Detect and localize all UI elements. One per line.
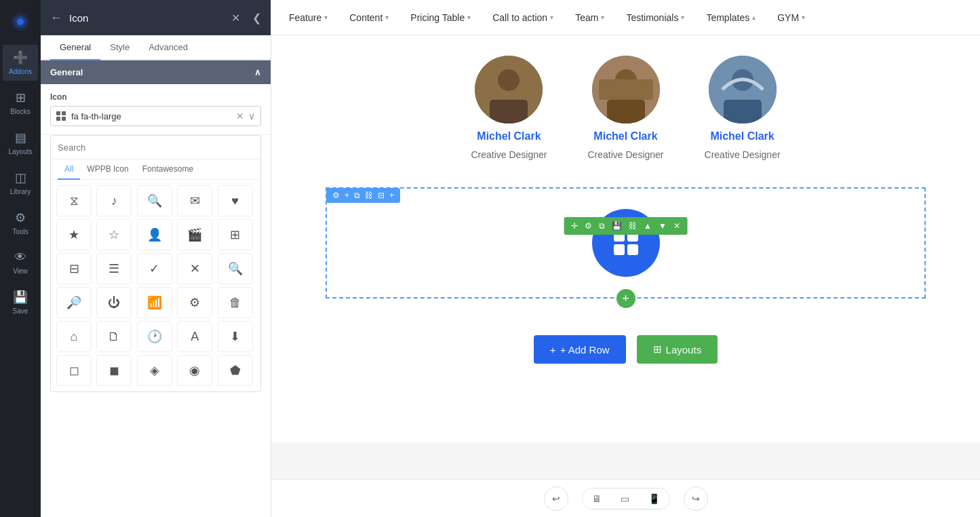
sidebar-item-view[interactable]: 👁 View	[3, 245, 38, 280]
sidebar-item-label: Layouts	[8, 148, 32, 155]
toolbar-move[interactable]: ✛	[569, 220, 580, 232]
svg-point-2	[17, 18, 24, 25]
icon-cell-trash[interactable]: 🗑	[218, 287, 253, 318]
icon-cell-filter[interactable]: ⧖	[56, 185, 92, 216]
add-row-circle-button[interactable]: +	[616, 289, 635, 308]
nav-item-templates[interactable]: Templates ▴	[702, 9, 760, 26]
team-card-1: Michel Clark Creative Designer	[471, 56, 547, 160]
team-avatar-2	[592, 56, 660, 123]
icon-field-value: fa fa-th-large	[71, 111, 236, 121]
mobile-button[interactable]: 📱	[639, 489, 669, 509]
toolbar-plus-btn[interactable]: +	[388, 190, 395, 201]
icon-field-input[interactable]: fa fa-th-large ✕ ∨	[50, 106, 261, 126]
toolbar-copy[interactable]: ⧉	[597, 220, 607, 232]
sidebar-item-layouts[interactable]: ▤ Layouts	[3, 125, 38, 161]
icon-tab-fontawesome[interactable]: Fontawesome	[136, 159, 200, 180]
canvas: ✛ ⚙ ⧉ 💾 ⛓ ▲ ▼ ✕	[271, 35, 980, 479]
team-role-2: Creative Designer	[587, 149, 663, 160]
icon-cell-th-large[interactable]: ⊞	[218, 219, 253, 250]
icon-cell-times[interactable]: ✕	[177, 253, 212, 284]
toolbar-add-btn[interactable]: +	[343, 190, 351, 201]
nav-item-team[interactable]: Team ▾	[571, 9, 608, 26]
nav-item-testimonials[interactable]: Testimonials ▾	[622, 9, 688, 26]
icon-cell-zoom-out[interactable]: 🔎	[56, 287, 92, 318]
icon-search-input[interactable]	[58, 142, 254, 153]
icon-cell-clock[interactable]: 🕐	[137, 321, 172, 352]
icon-cell-file[interactable]: 🗋	[96, 321, 132, 352]
chevron-down-icon: ▾	[550, 14, 553, 21]
redo-button[interactable]: ↪	[684, 486, 708, 511]
icon-cell-signal[interactable]: 📶	[137, 287, 172, 318]
panel-close-button[interactable]: ✕	[231, 12, 240, 24]
undo-button[interactable]: ↩	[544, 486, 568, 511]
icon-tab-all[interactable]: All	[58, 159, 80, 180]
icon-cell-placeholder5[interactable]: ⬟	[218, 355, 253, 386]
toolbar-link[interactable]: ⛓	[627, 220, 639, 232]
panel-back-button[interactable]: ←	[50, 11, 62, 25]
toolbar-link-btn[interactable]: ⛓	[364, 190, 374, 201]
nav-item-content[interactable]: Content ▾	[345, 9, 393, 26]
nav-item-pricing[interactable]: Pricing Table ▾	[406, 9, 475, 26]
icon-cell-zoom-in[interactable]: 🔍	[218, 253, 253, 284]
svg-rect-15	[724, 100, 762, 123]
icon-cell-search[interactable]: 🔍	[137, 185, 172, 216]
toolbar-settings-btn[interactable]: ⚙	[331, 190, 341, 201]
chevron-down-icon: ▾	[802, 14, 805, 21]
toolbar-copy-btn[interactable]: ⧉	[353, 190, 361, 201]
icon-cell-check[interactable]: ✓	[137, 253, 172, 284]
icon-cell-star-outline[interactable]: ☆	[96, 219, 132, 250]
icon-cell-font[interactable]: A	[177, 321, 212, 352]
icon-cell-film[interactable]: 🎬	[177, 219, 212, 250]
icon-expand-button[interactable]: ∨	[248, 111, 255, 121]
tab-advanced[interactable]: Advanced	[139, 35, 197, 60]
icon-cell-placeholder2[interactable]: ◼	[96, 355, 132, 386]
layouts-icon: ▤	[15, 130, 26, 145]
icon-field-container: Icon fa fa-th-large ✕ ∨	[41, 84, 271, 135]
icon-grid: ⧖ ♪ 🔍 ✉ ♥ ★ ☆ 👤 🎬 ⊞ ⊟ ☰ ✓ ✕ 🔍 🔎 ⏻ 📶 ⚙ 🗑 …	[51, 180, 260, 391]
section-collapse-button[interactable]: ∧	[254, 67, 261, 77]
desktop-button[interactable]: 🖥	[583, 489, 611, 509]
icon-clear-button[interactable]: ✕	[236, 111, 244, 121]
icon-cell-heart[interactable]: ♥	[218, 185, 253, 216]
icon-cell-envelope[interactable]: ✉	[177, 185, 212, 216]
icon-cell-placeholder4[interactable]: ◉	[177, 355, 212, 386]
icon-cell-list[interactable]: ☰	[96, 253, 132, 284]
sidebar-item-tools[interactable]: ⚙ Tools	[3, 205, 38, 241]
team-name-3: Michel Clark	[710, 130, 774, 142]
icon-cell-cog[interactable]: ⚙	[177, 287, 212, 318]
toolbar-down[interactable]: ▼	[656, 220, 669, 232]
icon-cell-user[interactable]: 👤	[137, 219, 172, 250]
toolbar-delete[interactable]: ✕	[671, 220, 682, 232]
icon-panel: ← Icon ✕ ❮ General Style Advanced Genera…	[41, 0, 271, 517]
icon-cell-star-filled[interactable]: ★	[56, 219, 92, 250]
tab-general[interactable]: General	[50, 35, 100, 60]
icon-cell-placeholder1[interactable]: ◻	[56, 355, 92, 386]
icon-cell-placeholder3[interactable]: ◈	[137, 355, 172, 386]
team-role-1: Creative Designer	[471, 149, 547, 160]
icon-picker-tabs: All WPPB Icon Fontawesome	[51, 159, 260, 180]
icon-cell-home[interactable]: ⌂	[56, 321, 92, 352]
icon-cell-power[interactable]: ⏻	[96, 287, 132, 318]
layouts-button[interactable]: ⊞ Layouts	[637, 335, 718, 364]
toolbar-settings[interactable]: ⚙	[583, 220, 594, 232]
icon-cell-music[interactable]: ♪	[96, 185, 132, 216]
icon-cell-th[interactable]: ⊟	[56, 253, 92, 284]
sidebar-item-library[interactable]: ◫ Library	[3, 165, 38, 201]
toolbar-up[interactable]: ▲	[642, 220, 654, 232]
tablet-button[interactable]: ▭	[611, 489, 639, 509]
nav-label: Call to action	[492, 12, 547, 23]
sidebar-item-blocks[interactable]: ⊞ Blocks	[3, 85, 38, 121]
nav-item-gym[interactable]: GYM ▾	[773, 9, 809, 26]
toolbar-save[interactable]: 💾	[610, 220, 624, 232]
panel-collapse-button[interactable]: ❮	[252, 12, 261, 24]
toolbar-id-btn[interactable]: ⊟	[376, 190, 386, 201]
sidebar-item-save[interactable]: 💾 Save	[3, 284, 38, 320]
nav-item-feature[interactable]: Feature ▾	[285, 9, 332, 26]
add-row-button[interactable]: + + Add Row	[534, 335, 626, 364]
icon-cell-download[interactable]: ⬇	[218, 321, 253, 352]
avatar-image-1	[475, 56, 543, 123]
icon-tab-wppb[interactable]: WPPB Icon	[80, 159, 135, 180]
tab-style[interactable]: Style	[100, 35, 139, 60]
nav-item-cta[interactable]: Call to action ▾	[488, 9, 557, 26]
sidebar-item-addons[interactable]: ➕ Addons	[3, 45, 38, 81]
